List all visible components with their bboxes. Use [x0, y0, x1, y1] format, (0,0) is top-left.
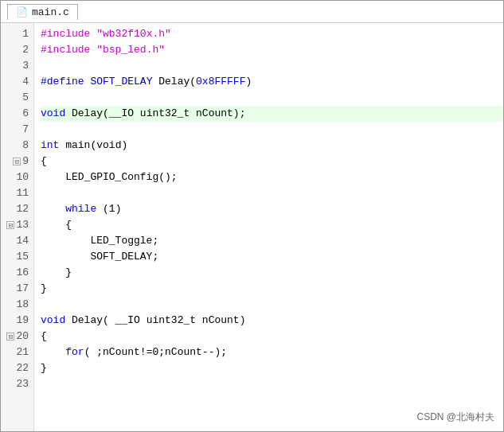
- token: {: [41, 154, 47, 169]
- code-line: [41, 58, 503, 74]
- tab-label: main.c: [32, 6, 69, 18]
- watermark: CSDN @北海村夫: [416, 411, 494, 424]
- code-line: #define SOFT_DELAY Delay(0x8FFFFF): [41, 74, 503, 90]
- token: SOFT_DELAY: [90, 74, 158, 90]
- token: }: [41, 265, 72, 281]
- line-number: 17: [1, 281, 33, 297]
- code-line: [41, 297, 503, 313]
- token: }: [41, 360, 47, 376]
- code-line: [41, 122, 503, 138]
- line-number: 3: [1, 58, 33, 74]
- token: [41, 201, 65, 217]
- token: #define: [41, 74, 90, 90]
- line-number: 11: [1, 185, 33, 201]
- line-number: 18: [1, 297, 33, 313]
- token: main(void): [65, 138, 127, 154]
- line-number: 15: [1, 249, 33, 265]
- token: {: [41, 329, 47, 344]
- token: Delay( __IO uint32_t nCount): [72, 313, 245, 329]
- line-numbers: 12345678⊟9101112⊟13141516171819⊟20212223: [1, 23, 34, 431]
- line-number: 16: [1, 265, 33, 281]
- line-number: 6: [1, 106, 33, 122]
- line-number: 19: [1, 313, 33, 329]
- code-line: [41, 90, 503, 106]
- token: LED_Toggle;: [41, 233, 158, 249]
- code-line: for( ;nCount!=0;nCount--);: [41, 344, 503, 360]
- code-line: void Delay(__IO uint32_t nCount);: [41, 106, 503, 122]
- line-number: 22: [1, 360, 33, 376]
- token: while: [65, 201, 96, 217]
- token: int: [41, 138, 65, 154]
- line-number: 12: [1, 201, 33, 217]
- token: Delay(: [158, 74, 196, 90]
- code-line: }: [41, 265, 503, 281]
- line-number: 7: [1, 122, 33, 138]
- line-number: ⊟9: [1, 154, 33, 169]
- line-number: 8: [1, 138, 33, 154]
- code-line: [41, 376, 503, 392]
- line-number: 2: [1, 42, 33, 58]
- code-line: }: [41, 281, 503, 297]
- code-line: LED_Toggle;: [41, 233, 503, 249]
- token: #include: [41, 26, 96, 42]
- code-line: #include "wb32f10x.h": [41, 26, 503, 42]
- file-tab[interactable]: 📄 main.c: [7, 4, 78, 20]
- token: ): [245, 74, 252, 90]
- line-number: 5: [1, 90, 33, 106]
- line-number: 4: [1, 74, 33, 90]
- token: 0x8FFFFF: [196, 74, 245, 90]
- title-bar: 📄 main.c: [1, 1, 503, 23]
- fold-icon[interactable]: ⊟: [13, 158, 21, 165]
- token: void: [41, 313, 72, 329]
- token: for: [65, 344, 84, 360]
- token: {: [41, 217, 72, 233]
- code-line: int main(void): [41, 138, 503, 154]
- token: "wb32f10x.h": [96, 26, 171, 42]
- line-number: 23: [1, 376, 33, 392]
- token: Delay(__IO uint32_t nCount);: [72, 106, 245, 122]
- code-line: {: [41, 217, 503, 233]
- fold-icon[interactable]: ⊟: [6, 333, 14, 341]
- code-line: {: [41, 329, 503, 344]
- token: }: [41, 281, 47, 297]
- token: LED_GPIO_Config();: [41, 169, 178, 185]
- file-icon: 📄: [16, 6, 28, 18]
- token: "bsp_led.h": [96, 42, 165, 58]
- fold-icon[interactable]: ⊟: [6, 221, 14, 229]
- code-line: [41, 185, 503, 201]
- line-number: 21: [1, 344, 33, 360]
- code-line: }: [41, 360, 503, 376]
- line-number: 1: [1, 26, 33, 42]
- code-lines[interactable]: #include "wb32f10x.h"#include "bsp_led.h…: [34, 23, 503, 431]
- code-line: LED_GPIO_Config();: [41, 169, 503, 185]
- token: (1): [96, 201, 121, 217]
- token: void: [41, 106, 72, 122]
- code-line: #include "bsp_led.h": [41, 42, 503, 58]
- code-line: {: [41, 154, 503, 169]
- token: #include: [41, 42, 96, 58]
- code-line: while (1): [41, 201, 503, 217]
- line-number: 14: [1, 233, 33, 249]
- line-number: 10: [1, 169, 33, 185]
- line-number: ⊟13: [1, 217, 33, 233]
- code-line: void Delay( __IO uint32_t nCount): [41, 313, 503, 329]
- token: ( ;nCount!=0;nCount--);: [84, 344, 227, 360]
- token: SOFT_DELAY;: [41, 249, 158, 265]
- line-number: ⊟20: [1, 329, 33, 344]
- main-window: 📄 main.c 12345678⊟9101112⊟13141516171819…: [0, 0, 504, 432]
- token: [41, 344, 65, 360]
- code-area: 12345678⊟9101112⊟13141516171819⊟20212223…: [1, 23, 503, 431]
- code-line: SOFT_DELAY;: [41, 249, 503, 265]
